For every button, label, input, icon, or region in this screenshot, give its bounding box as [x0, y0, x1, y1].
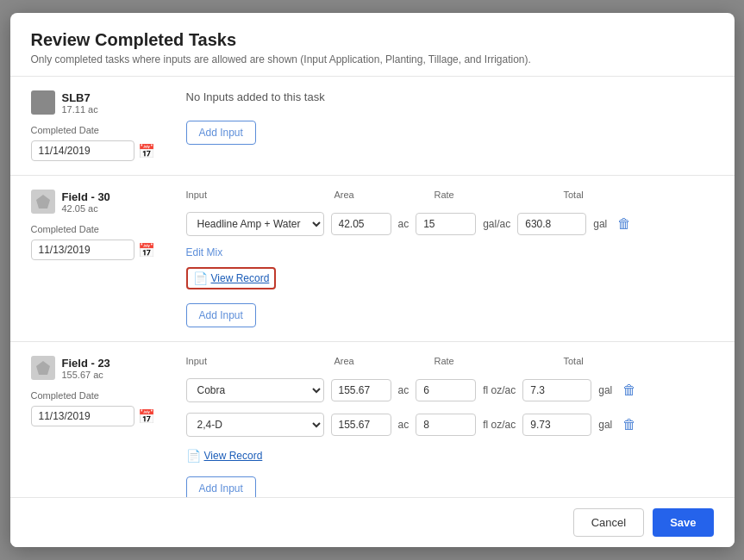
area-unit: ac: [398, 384, 410, 396]
edit-mix-link[interactable]: Edit Mix: [186, 246, 714, 258]
modal-header: Review Completed Tasks Only completed ta…: [10, 13, 735, 77]
delete-input-button[interactable]: 🗑: [619, 381, 640, 400]
modal-title: Review Completed Tasks: [31, 30, 714, 50]
completed-date-input[interactable]: [31, 406, 134, 426]
add-input-button[interactable]: Add Input: [186, 303, 256, 327]
document-icon: 📄: [186, 449, 201, 463]
calendar-icon[interactable]: 📅: [138, 408, 155, 425]
completed-label: Completed Date: [31, 390, 169, 401]
task-row: Field - 23 155.67 ac Completed Date 📅 In…: [10, 342, 735, 497]
input-col-header: Input: [186, 190, 324, 200]
field-icon: [31, 90, 55, 115]
area-input[interactable]: [331, 213, 391, 235]
modal-footer: Cancel Save: [10, 497, 735, 547]
field-info: Field - 23 155.67 ac: [31, 356, 169, 380]
rate-input[interactable]: [416, 213, 476, 235]
view-record-highlight: 📄 View Record: [186, 267, 277, 289]
total-input[interactable]: [522, 379, 591, 401]
task-right: No Inputs added to this task Add Input: [186, 90, 714, 145]
task-right: Input Area Rate Total: [186, 356, 714, 497]
input-select[interactable]: 2,4-D: [186, 413, 324, 437]
svg-marker-1: [36, 361, 50, 375]
task-right: Input Area Rate Total: [186, 190, 714, 327]
input-data-row: 2,4-D ac fl oz/ac gal 🗑: [186, 413, 714, 437]
field-info: SLB7 17.11 ac: [31, 90, 169, 115]
field-icon: [31, 190, 55, 214]
save-button[interactable]: Save: [653, 508, 713, 537]
total-unit: gal: [598, 419, 612, 431]
svg-marker-0: [36, 195, 50, 208]
view-record-wrap: 📄 View Record: [186, 449, 714, 463]
area-col-header: Area: [334, 356, 395, 366]
review-completed-tasks-modal: Review Completed Tasks Only completed ta…: [10, 13, 735, 547]
rate-unit: gal/ac: [483, 218, 510, 230]
calendar-icon[interactable]: 📅: [138, 143, 155, 159]
area-unit: ac: [398, 419, 410, 431]
task-left: Field - 30 42.05 ac Completed Date 📅: [31, 190, 169, 260]
view-record-link[interactable]: View Record: [211, 272, 270, 284]
delete-input-button[interactable]: 🗑: [619, 415, 640, 434]
total-input[interactable]: [517, 213, 586, 235]
rate-input[interactable]: [416, 414, 476, 436]
area-input[interactable]: [331, 414, 391, 436]
task-left: SLB7 17.11 ac Completed Date 📅: [31, 90, 169, 161]
field-acres: 155.67 ac: [62, 370, 110, 380]
area-input[interactable]: [331, 379, 391, 401]
task-row: SLB7 17.11 ac Completed Date 📅 No Inputs…: [10, 77, 735, 176]
completed-label: Completed Date: [31, 224, 169, 234]
rate-col-header: Rate: [435, 356, 495, 366]
total-col-header: Total: [564, 190, 633, 200]
task-row: Field - 30 42.05 ac Completed Date 📅 Inp…: [10, 176, 735, 342]
task-left: Field - 23 155.67 ac Completed Date 📅: [31, 356, 169, 426]
area-col-header: Area: [334, 190, 395, 200]
field-name: Field - 23: [62, 357, 110, 370]
field-icon: [31, 356, 55, 380]
cancel-button[interactable]: Cancel: [573, 508, 644, 537]
document-icon: 📄: [193, 271, 208, 285]
total-input[interactable]: [522, 414, 591, 436]
total-unit: gal: [593, 218, 607, 230]
input-data-row: Cobra ac fl oz/ac gal 🗑: [186, 378, 714, 402]
view-record-wrap: 📄 View Record: [186, 267, 714, 289]
field-name: SLB7: [62, 91, 98, 104]
add-input-button[interactable]: Add Input: [186, 476, 256, 497]
delete-input-button[interactable]: 🗑: [614, 215, 635, 233]
input-column-headers: Input Area Rate Total: [186, 356, 714, 368]
field-name: Field - 30: [62, 190, 110, 203]
rate-input[interactable]: [416, 379, 476, 401]
completed-date-input[interactable]: [31, 140, 134, 161]
area-unit: ac: [398, 218, 410, 230]
view-record-link[interactable]: View Record: [204, 450, 263, 462]
input-select[interactable]: Headline Amp + Water: [186, 212, 324, 236]
modal-body: SLB7 17.11 ac Completed Date 📅 No Inputs…: [10, 77, 735, 497]
field-acres: 17.11 ac: [62, 104, 98, 115]
rate-unit: fl oz/ac: [483, 384, 516, 396]
add-input-button[interactable]: Add Input: [186, 121, 256, 145]
rate-col-header: Rate: [435, 190, 495, 200]
input-data-row: Headline Amp + Water ac gal/ac gal 🗑: [186, 212, 714, 236]
date-input-wrap: 📅: [31, 240, 169, 260]
completed-date-input[interactable]: [31, 240, 134, 260]
total-col-header: Total: [564, 356, 633, 366]
date-input-wrap: 📅: [31, 140, 169, 161]
date-input-wrap: 📅: [31, 406, 169, 426]
input-select[interactable]: Cobra: [186, 378, 324, 402]
field-acres: 42.05 ac: [62, 203, 110, 214]
field-info: Field - 30 42.05 ac: [31, 190, 169, 214]
input-col-header: Input: [186, 356, 324, 366]
input-column-headers: Input Area Rate Total: [186, 190, 714, 202]
rate-unit: fl oz/ac: [483, 419, 516, 431]
completed-label: Completed Date: [31, 125, 169, 135]
calendar-icon[interactable]: 📅: [138, 242, 155, 258]
no-inputs-text: No Inputs added to this task: [186, 90, 714, 103]
modal-subtitle: Only completed tasks where inputs are al…: [31, 53, 714, 65]
total-unit: gal: [598, 384, 612, 396]
